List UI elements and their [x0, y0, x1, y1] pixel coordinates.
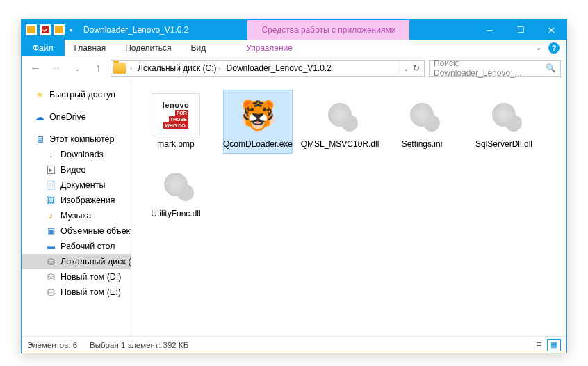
drive-icon — [45, 256, 56, 267]
desktop-icon — [45, 241, 56, 252]
forward-button[interactable]: → — [48, 60, 65, 77]
dll-icon — [480, 93, 528, 136]
download-icon — [45, 149, 56, 160]
file-name: QMSL_MSVC10R.dll — [301, 139, 379, 149]
nav-3d-objects[interactable]: Объемные объекты — [22, 223, 131, 239]
explorer-window: ▾ Downloader_Lenovo_V1.0.2 Средства рабо… — [21, 19, 567, 353]
selection-info: Выбран 1 элемент: 392 КБ — [90, 341, 188, 349]
search-placeholder: Поиск: Downloader_Lenovo_... — [434, 58, 546, 78]
navigation-pane: Быстрый доступ OneDrive Этот компьютер D… — [22, 80, 131, 336]
breadcrumb-segment: Локальный диск (C:)› — [135, 63, 224, 73]
icons-view-button[interactable]: ▦ — [547, 339, 561, 351]
help-icon[interactable]: ? — [548, 42, 560, 54]
chevron-right-icon[interactable]: › — [219, 65, 221, 72]
search-input[interactable]: Поиск: Downloader_Lenovo_... 🔍 — [429, 60, 561, 77]
dll-icon — [152, 163, 200, 206]
address-bar[interactable]: › Локальный диск (C:)› Downloader_Lenovo… — [111, 60, 425, 77]
window-controls — [475, 20, 566, 40]
image-icon — [45, 195, 56, 206]
exe-icon — [234, 93, 282, 136]
svg-rect-0 — [27, 26, 35, 33]
file-name: Settings.ini — [402, 139, 443, 149]
qat-dropdown-icon[interactable]: ▾ — [67, 26, 75, 33]
chevron-right-icon[interactable]: › — [130, 65, 132, 72]
title-bar[interactable]: ▾ Downloader_Lenovo_V1.0.2 Средства рабо… — [22, 20, 566, 40]
file-item[interactable]: UtilityFunc.dll — [141, 159, 211, 223]
folder-icon — [26, 24, 37, 35]
music-icon — [45, 210, 56, 221]
file-list[interactable]: lenovo FOR THOSE WHO DO. mark.bmp QcomDL… — [131, 80, 566, 336]
tab-home[interactable]: Главная — [65, 40, 116, 56]
svg-rect-1 — [27, 26, 31, 27]
file-item[interactable]: QMSL_MSVC10R.dll — [305, 90, 375, 154]
pc-icon — [34, 134, 45, 145]
address-bar-row: ← → ⌄ ↑ › Локальный диск (C:)› Downloade… — [22, 56, 566, 80]
up-button[interactable]: ↑ — [90, 60, 106, 77]
cloud-icon — [34, 111, 45, 122]
breadcrumb-segment: Downloader_Lenovo_V1.0.2 — [224, 63, 334, 73]
file-name: mark.bmp — [157, 139, 194, 149]
refresh-icon[interactable]: ↻ — [413, 63, 420, 73]
file-item[interactable]: lenovo FOR THOSE WHO DO. mark.bmp — [141, 90, 211, 154]
drive-icon — [45, 271, 56, 283]
file-item[interactable]: Settings.ini — [387, 90, 457, 154]
ribbon-tabs: Файл Главная Поделиться Вид Управление ⌄… — [22, 40, 566, 56]
tab-manage[interactable]: Управление — [236, 40, 302, 56]
star-icon — [34, 89, 45, 100]
nav-downloads[interactable]: Downloads — [22, 147, 131, 162]
dll-icon — [316, 93, 364, 136]
drive-icon — [45, 287, 56, 298]
svg-rect-3 — [55, 26, 63, 33]
file-name: QcomDLoader.exe — [223, 139, 293, 149]
nav-local-disk-c[interactable]: Локальный диск (C:) — [22, 254, 131, 269]
context-tab-header: Средства работы с приложениями — [247, 20, 409, 40]
video-icon — [45, 164, 56, 175]
close-button[interactable] — [536, 20, 566, 40]
search-icon[interactable]: 🔍 — [546, 63, 556, 73]
document-icon — [45, 180, 56, 191]
nav-onedrive[interactable]: OneDrive — [22, 109, 131, 125]
nav-music[interactable]: Музыка — [22, 208, 131, 223]
nav-volume-e[interactable]: Новый том (E:) — [22, 285, 131, 300]
file-item[interactable]: SqlServerDll.dll — [469, 90, 539, 154]
nav-documents[interactable]: Документы — [22, 177, 131, 193]
nav-videos[interactable]: Видео — [22, 162, 131, 177]
minimize-button[interactable] — [475, 20, 505, 40]
folder-icon — [113, 63, 126, 74]
ribbon-collapse-icon[interactable]: ⌄ — [536, 44, 541, 51]
ini-icon — [398, 93, 446, 136]
file-name: UtilityFunc.dll — [151, 209, 200, 218]
nav-this-pc[interactable]: Этот компьютер — [22, 132, 131, 147]
details-view-button[interactable]: ≣ — [532, 339, 546, 351]
tab-file[interactable]: Файл — [22, 40, 65, 56]
new-folder-icon[interactable] — [54, 24, 65, 35]
properties-icon[interactable] — [40, 24, 51, 35]
quick-access-toolbar: ▾ — [22, 24, 79, 35]
maximize-button[interactable] — [505, 20, 536, 40]
recent-dropdown-icon[interactable]: ⌄ — [69, 60, 85, 77]
tab-view[interactable]: Вид — [181, 40, 215, 56]
window-title: Downloader_Lenovo_V1.0.2 — [79, 25, 188, 35]
objects-icon — [45, 225, 56, 237]
nav-volume-d[interactable]: Новый том (D:) — [22, 269, 131, 285]
file-name: SqlServerDll.dll — [475, 139, 532, 149]
nav-pictures[interactable]: Изображения — [22, 193, 131, 208]
address-dropdown-icon[interactable]: ⌄ — [403, 65, 413, 72]
item-count: Элементов: 6 — [27, 341, 77, 349]
file-item-selected[interactable]: QcomDLoader.exe — [223, 90, 293, 154]
status-bar: Элементов: 6 Выбран 1 элемент: 392 КБ ≣ … — [22, 336, 566, 353]
nav-desktop[interactable]: Рабочий стол — [22, 239, 131, 254]
tab-share[interactable]: Поделиться — [115, 40, 181, 56]
bmp-thumbnail: lenovo FOR THOSE WHO DO. — [152, 93, 200, 136]
nav-quick-access[interactable]: Быстрый доступ — [22, 87, 131, 102]
back-button[interactable]: ← — [27, 60, 44, 77]
